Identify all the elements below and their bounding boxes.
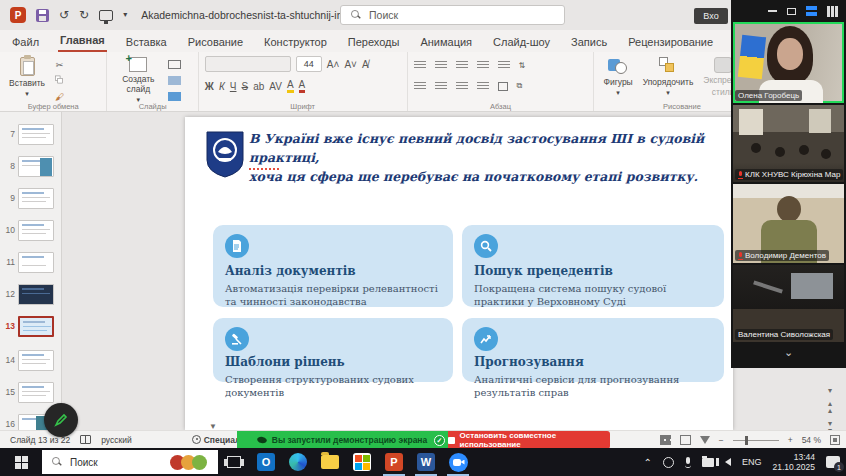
participant-video-2[interactable]: КЛК ХНУВС Кірюхіна Мар — [733, 105, 844, 182]
bullets-icon[interactable] — [414, 61, 426, 70]
undo-icon[interactable]: ↺ — [59, 9, 69, 21]
thumbnail-slide-9[interactable]: 9 — [0, 184, 62, 212]
microsoft-store-button[interactable] — [346, 448, 378, 476]
arrange-button[interactable]: Упорядочить ▾ — [640, 55, 697, 99]
file-explorer-button[interactable] — [314, 448, 346, 476]
speaker-view-icon[interactable] — [806, 6, 817, 16]
decrease-font-icon[interactable]: A˅ — [344, 59, 357, 70]
ribbon-search-box[interactable]: Поиск — [340, 5, 565, 25]
more-participants-chevron-icon[interactable]: ⌄ — [731, 346, 846, 359]
slide-layout-icon[interactable] — [167, 58, 182, 71]
notes-book-icon[interactable] — [80, 435, 91, 444]
justify-icon[interactable] — [477, 82, 489, 91]
annotation-pen-button[interactable] — [44, 403, 78, 437]
hidden-icons-chevron-icon[interactable]: ⌃ — [644, 457, 652, 468]
case-button[interactable]: AV — [269, 81, 282, 92]
align-center-icon[interactable] — [435, 82, 447, 91]
input-language-indicator[interactable]: ENG — [742, 457, 762, 467]
new-slide-button[interactable]: Создать слайд ▾ — [113, 55, 163, 106]
stop-share-button[interactable]: ✓ Остановить совместное использование — [448, 431, 610, 449]
microphone-tray-icon[interactable] — [685, 457, 691, 468]
thumbnail-slide-13-selected[interactable]: 13 — [0, 312, 62, 340]
save-icon[interactable] — [36, 9, 49, 22]
minimize-icon[interactable] — [768, 10, 777, 12]
thumbnail-slide-7[interactable]: 7 — [0, 120, 62, 148]
edge-app-button[interactable] — [282, 448, 314, 476]
text-direction-icon[interactable]: ⇅ — [519, 61, 526, 70]
zoom-in-icon[interactable]: + — [788, 435, 793, 445]
bold-button[interactable]: Ж — [205, 81, 214, 92]
scrollbar-down-icon[interactable]: ▾ — [828, 387, 832, 394]
increase-font-icon[interactable]: A˄ — [327, 59, 340, 70]
shared-folder-tray-icon[interactable] — [702, 458, 714, 467]
start-button[interactable] — [0, 448, 42, 476]
tab-design[interactable]: Конструктор — [262, 33, 329, 52]
increase-indent-icon[interactable] — [477, 61, 489, 70]
normal-view-icon[interactable] — [660, 435, 671, 445]
participant-video-4[interactable]: Валентина Сиволожская — [733, 265, 844, 342]
zoom-level[interactable]: 54 % — [802, 435, 821, 445]
tab-file[interactable]: Файл — [10, 33, 41, 52]
font-size-select[interactable]: 44 — [296, 56, 322, 72]
align-left-icon[interactable] — [414, 82, 426, 91]
tab-transitions[interactable]: Переходы — [346, 33, 402, 52]
font-color-button[interactable]: A — [299, 79, 306, 93]
language-indicator[interactable]: русский — [101, 435, 132, 445]
outlook-app-button[interactable]: O — [250, 448, 282, 476]
thumbnail-slide-14[interactable]: 14 — [0, 346, 62, 374]
sign-in-button[interactable]: Вхо — [694, 8, 728, 24]
decrease-indent-icon[interactable] — [456, 61, 468, 70]
thumbnail-slide-11[interactable]: 11 — [0, 248, 62, 276]
copy-icon[interactable] — [52, 74, 67, 87]
line-spacing-icon[interactable] — [498, 61, 510, 70]
tab-insert[interactable]: Вставка — [124, 33, 169, 52]
participant-video-3[interactable]: Володимир Дементов — [733, 184, 844, 263]
slideshow-view-icon[interactable] — [700, 436, 710, 444]
zoom-slider-knob[interactable] — [745, 436, 748, 445]
thumbnail-slide-8[interactable]: 8 — [0, 152, 62, 180]
tab-review[interactable]: Рецензирование — [626, 33, 715, 52]
tab-home[interactable]: Главная — [58, 31, 107, 52]
word-taskbar-button[interactable]: W — [410, 448, 442, 476]
slide-sorter-view-icon[interactable] — [680, 435, 691, 445]
paste-button[interactable]: Вставить ▾ — [6, 55, 48, 100]
participant-video-1[interactable]: Олена Горобець — [733, 22, 844, 103]
strikethrough-button[interactable]: S — [241, 81, 248, 92]
columns-icon[interactable] — [498, 82, 508, 91]
fit-to-window-icon[interactable] — [830, 435, 840, 445]
customize-qat-chevron-icon[interactable]: ▾ — [123, 11, 127, 19]
powerpoint-taskbar-button[interactable]: P — [378, 448, 410, 476]
thumbnail-slide-15[interactable]: 15 — [0, 378, 62, 406]
taskbar-search-box[interactable]: Поиск — [42, 450, 218, 474]
tab-draw[interactable]: Рисование — [186, 33, 245, 52]
current-slide[interactable]: В Україні вже існує певний досвід застос… — [185, 117, 733, 430]
maximize-icon[interactable] — [787, 8, 796, 15]
present-on-screen-icon[interactable] — [99, 10, 113, 21]
thumbnail-slide-10[interactable]: 10 — [0, 216, 62, 244]
smartart-convert-icon[interactable]: ⧉ — [517, 81, 523, 91]
highlight-color-button[interactable]: A — [287, 79, 294, 93]
previous-slide-button[interactable]: ▴▴ — [828, 400, 832, 414]
reset-slide-icon[interactable] — [167, 74, 182, 87]
gallery-view-icon[interactable] — [827, 6, 838, 17]
zoom-taskbar-button[interactable] — [442, 448, 474, 476]
task-view-button[interactable] — [218, 448, 250, 476]
clock[interactable]: 13:44 21.10.2025 — [772, 452, 815, 472]
clear-format-icon[interactable]: A̸ — [362, 59, 369, 70]
shapes-button[interactable]: Фигуры ▾ — [600, 55, 635, 99]
cut-icon[interactable]: ✂ — [52, 58, 67, 71]
zoom-slider[interactable] — [733, 440, 779, 441]
numbering-icon[interactable] — [435, 61, 447, 70]
align-right-icon[interactable] — [456, 82, 468, 91]
italic-button[interactable]: К — [219, 81, 225, 92]
tab-animations[interactable]: Анимация — [418, 33, 474, 52]
tab-slideshow[interactable]: Слайд-шоу — [491, 33, 552, 52]
thumbnail-slide-12[interactable]: 12 — [0, 280, 62, 308]
underline-button[interactable]: Ч — [230, 81, 237, 92]
font-name-select[interactable] — [205, 56, 291, 72]
notification-center-button[interactable]: 1 — [826, 456, 840, 468]
char-spacing-button[interactable]: ab — [253, 81, 264, 92]
tray-app-icon[interactable] — [663, 457, 674, 468]
volume-tray-icon[interactable] — [725, 458, 731, 466]
redo-icon[interactable]: ↻ — [79, 9, 89, 21]
